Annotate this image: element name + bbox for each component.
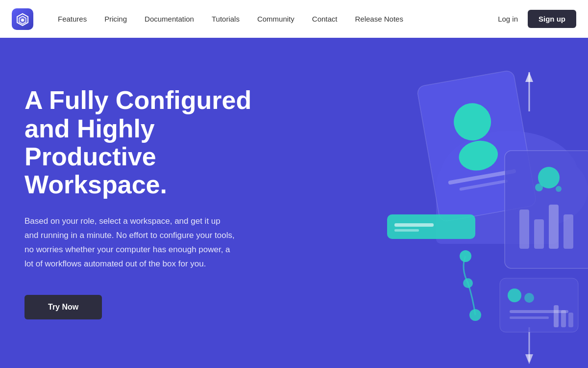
- svg-marker-17: [525, 72, 533, 82]
- svg-point-2: [21, 19, 24, 22]
- nav-item-release-notes[interactable]: Release Notes: [346, 0, 412, 38]
- hero-title: A Fully Configured and Highly Productive…: [24, 86, 279, 199]
- svg-point-24: [556, 186, 562, 192]
- svg-rect-36: [561, 310, 566, 327]
- svg-rect-33: [510, 310, 568, 313]
- try-now-button[interactable]: Try Now: [24, 295, 102, 319]
- logo-icon: [12, 8, 33, 30]
- svg-rect-35: [554, 305, 559, 327]
- svg-rect-28: [564, 214, 573, 249]
- svg-rect-26: [534, 219, 544, 249]
- svg-rect-27: [549, 205, 559, 249]
- hero-content: A Fully Configured and Highly Productive…: [24, 86, 279, 319]
- nav-item-contact[interactable]: Contact: [303, 0, 346, 38]
- svg-rect-34: [510, 316, 549, 319]
- navigation: Features Pricing Documentation Tutorials…: [0, 0, 588, 38]
- svg-rect-37: [568, 313, 573, 327]
- hero-section: A Fully Configured and Highly Productive…: [0, 38, 588, 368]
- nav-item-pricing[interactable]: Pricing: [96, 0, 136, 38]
- nav-item-tutorials[interactable]: Tutorials: [203, 0, 248, 38]
- svg-rect-14: [394, 223, 434, 227]
- signup-button[interactable]: Sign up: [528, 10, 576, 28]
- svg-marker-19: [525, 354, 533, 364]
- logo[interactable]: [12, 8, 33, 30]
- svg-point-23: [535, 184, 543, 191]
- hero-illustration: [270, 38, 588, 368]
- nav-links: Features Pricing Documentation Tutorials…: [49, 0, 412, 38]
- nav-item-community[interactable]: Community: [248, 0, 303, 38]
- nav-auth: Log in Sign up: [498, 10, 576, 28]
- login-link[interactable]: Log in: [498, 15, 518, 23]
- nav-item-features[interactable]: Features: [49, 0, 96, 38]
- nav-item-documentation[interactable]: Documentation: [136, 0, 203, 38]
- svg-rect-25: [519, 210, 529, 249]
- hero-description: Based on your role, select a workspace, …: [24, 214, 235, 271]
- svg-point-32: [524, 293, 534, 303]
- svg-rect-29: [500, 278, 578, 332]
- svg-point-31: [508, 289, 521, 302]
- svg-rect-15: [394, 229, 419, 232]
